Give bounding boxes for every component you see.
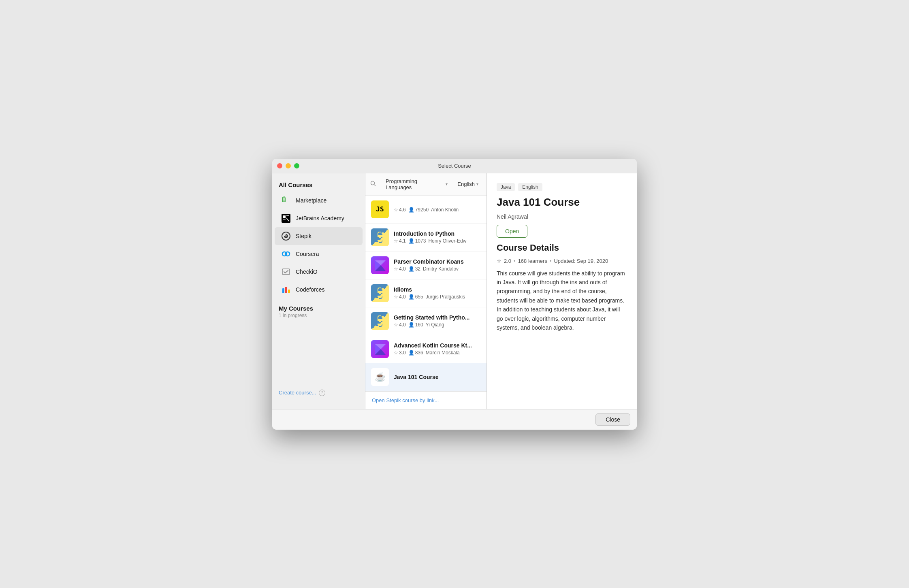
- detail-panel: Java English Java 101 Course Neil Agrawa…: [487, 173, 637, 409]
- course-item-kotlin[interactable]: Advanced Kotlin Course Kt... ☆ 3.0 👤 836…: [365, 335, 487, 363]
- close-button[interactable]: [277, 163, 282, 168]
- getting-started-rating: ☆ 4.0: [394, 322, 406, 328]
- language-filter-chevron: ▾: [446, 182, 448, 186]
- parser-name: Parser Combinator Koans: [394, 258, 481, 265]
- maximize-button[interactable]: [294, 163, 299, 168]
- js-author: Anton Kholin: [431, 207, 459, 213]
- python-intro-rating: ☆ 4.1: [394, 238, 406, 244]
- svg-line-19: [374, 185, 376, 186]
- list-header: Programming Languages ▾ English ▾: [365, 173, 487, 196]
- coursera-icon: [281, 249, 291, 259]
- idioms-learners: 👤 655: [408, 294, 423, 300]
- language-filter-label: Programming Languages: [386, 178, 444, 190]
- open-by-link[interactable]: Open Stepik course by link...: [365, 391, 487, 409]
- parser-author: Dmitry Kandalov: [423, 266, 459, 272]
- window-body: All Courses Marketplace: [272, 173, 637, 409]
- python-thumb: [371, 228, 389, 246]
- course-details-meta: ☆ 2.0 • 168 learners • Updated: Sep 19, …: [497, 258, 627, 264]
- getting-started-thumb: [371, 312, 389, 330]
- course-item-getting-started[interactable]: Getting Started with Pytho... ☆ 4.0 👤 16…: [365, 307, 487, 335]
- locale-filter-chevron: ▾: [476, 182, 478, 186]
- sidebar-item-codeforces[interactable]: Codeforces: [275, 281, 363, 298]
- detail-rating: 2.0: [504, 258, 511, 264]
- sidebar-item-marketplace-label: Marketplace: [296, 197, 326, 204]
- my-courses-section: My Courses 1 in progress: [272, 298, 365, 320]
- course-item-js[interactable]: JS ☆ 4.6 👤 79250 Anton Kholin: [365, 196, 487, 224]
- help-icon[interactable]: ?: [319, 390, 325, 396]
- language-filter[interactable]: Programming Languages ▾: [382, 177, 451, 192]
- course-details-title: Course Details: [497, 243, 627, 253]
- idioms-author: Jurgis Pralgauskis: [426, 294, 465, 300]
- my-courses-sub: 1 in progress: [279, 313, 358, 318]
- js-thumb: JS: [371, 200, 389, 218]
- parser-rating: ☆ 4.0: [394, 266, 406, 272]
- course-meta-kotlin: ☆ 3.0 👤 836 Marcin Moskala: [394, 350, 481, 356]
- titlebar: Select Course: [272, 159, 637, 173]
- locale-filter[interactable]: English ▾: [454, 179, 482, 189]
- getting-started-learners: 👤 160: [408, 322, 423, 328]
- search-bar: [370, 179, 379, 189]
- course-info-python-intro: Introduction to Python ☆ 4.1 👤 1073 Henr…: [394, 230, 481, 244]
- course-description: This course will give students the abili…: [497, 269, 627, 332]
- svg-rect-8: [286, 215, 289, 216]
- course-item-python-intro[interactable]: Introduction to Python ☆ 4.1 👤 1073 Henr…: [365, 224, 487, 251]
- checkio-icon: [281, 267, 291, 277]
- all-courses-title: All Courses: [272, 180, 365, 192]
- select-course-window: Select Course All Courses Marketplace: [272, 159, 637, 430]
- sidebar-item-codeforces-label: Codeforces: [296, 286, 325, 293]
- course-meta-idioms: ☆ 4.0 👤 655 Jurgis Pralgauskis: [394, 294, 481, 300]
- svg-rect-16: [285, 287, 287, 293]
- course-info-idioms: Idioms ☆ 4.0 👤 655 Jurgis Pralgauskis: [394, 286, 481, 300]
- course-item-java101[interactable]: ☕ Java 101 Course: [365, 363, 487, 391]
- dot-sep-2: •: [550, 258, 552, 264]
- sidebar-item-checkio[interactable]: CheckiO: [275, 263, 363, 281]
- getting-started-name: Getting Started with Pytho...: [394, 314, 481, 321]
- create-course-link[interactable]: Create course...: [279, 390, 316, 396]
- sidebar-item-stepik[interactable]: Stepik: [275, 227, 363, 245]
- tag-english: English: [518, 183, 542, 191]
- detail-tags: Java English: [497, 183, 627, 191]
- kotlin-learners: 👤 836: [408, 350, 423, 356]
- sidebar-item-marketplace[interactable]: Marketplace: [275, 192, 363, 209]
- python-intro-learners: 👤 1073: [408, 238, 426, 244]
- window-controls: [277, 163, 299, 168]
- svg-rect-15: [282, 288, 284, 293]
- idioms-thumb: [371, 284, 389, 302]
- course-list-panel: Programming Languages ▾ English ▾ JS ☆ 4…: [365, 173, 487, 409]
- marketplace-icon: [281, 196, 291, 205]
- course-meta-python-intro: ☆ 4.1 👤 1073 Henry Oliver-Edw: [394, 238, 481, 244]
- java101-name: Java 101 Course: [394, 374, 481, 380]
- course-item-parser[interactable]: Parser Combinator Koans ☆ 4.0 👤 32 Dmitr…: [365, 251, 487, 279]
- detail-author: Neil Agrawal: [497, 213, 627, 220]
- close-dialog-button[interactable]: Close: [595, 413, 630, 426]
- locale-filter-label: English: [457, 181, 475, 187]
- sidebar-item-coursera-label: Coursera: [296, 251, 319, 257]
- java-thumb: ☕: [371, 368, 389, 386]
- getting-started-author: Yi Qiang: [426, 322, 444, 328]
- course-item-idioms[interactable]: Idioms ☆ 4.0 👤 655 Jurgis Pralgauskis: [365, 279, 487, 307]
- kotlin-name: Advanced Kotlin Course Kt...: [394, 342, 481, 349]
- open-course-button[interactable]: Open: [497, 225, 527, 238]
- js-learners: 👤 79250: [408, 207, 429, 213]
- search-icon: [370, 181, 376, 187]
- window-title: Select Course: [438, 163, 471, 169]
- kotlin-thumb: [371, 340, 389, 358]
- sidebar-item-coursera[interactable]: Coursera: [275, 245, 363, 263]
- detail-star-icon: ☆: [497, 258, 501, 264]
- course-meta-getting-started: ☆ 4.0 👤 160 Yi Qiang: [394, 322, 481, 328]
- window-footer: Close: [272, 409, 637, 430]
- python-intro-author: Henry Oliver-Edw: [428, 238, 466, 244]
- minimize-button[interactable]: [286, 163, 291, 168]
- js-rating: ☆ 4.6: [394, 207, 406, 213]
- detail-updated: Updated: Sep 19, 2020: [554, 258, 608, 264]
- kotlin-author: Marcin Moskala: [426, 350, 460, 356]
- jetbrains-icon: [281, 213, 291, 223]
- course-info-js: ☆ 4.6 👤 79250 Anton Kholin: [394, 206, 481, 213]
- svg-rect-5: [282, 214, 290, 223]
- stepik-icon: [281, 231, 291, 241]
- tag-java: Java: [497, 183, 515, 191]
- codeforces-icon: [281, 285, 291, 294]
- course-meta-js: ☆ 4.6 👤 79250 Anton Kholin: [394, 207, 481, 213]
- sidebar-item-jetbrains[interactable]: JetBrains Academy: [275, 209, 363, 227]
- my-courses-title: My Courses: [279, 305, 358, 312]
